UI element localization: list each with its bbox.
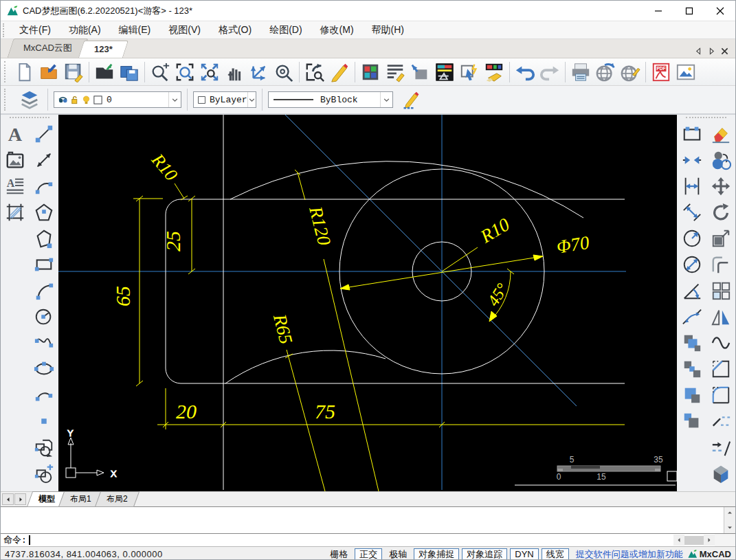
menu-item-1[interactable]: 功能(A) [60, 23, 110, 38]
new-file-button[interactable] [12, 60, 36, 85]
layer-manager-button[interactable] [432, 60, 457, 85]
zoom-extents-button[interactable] [197, 60, 222, 85]
feedback-link[interactable]: 提交软件问题或增加新功能 [576, 548, 683, 560]
layer-manager-button[interactable] [17, 87, 42, 112]
zoom-center-button[interactable] [271, 60, 296, 85]
mirror-button[interactable] [708, 304, 734, 330]
scale-up-button[interactable] [679, 382, 705, 408]
draw-line-button[interactable] [31, 121, 57, 147]
edit-spline-button[interactable] [708, 330, 734, 356]
command-input-row[interactable]: 命令: [1, 534, 735, 547]
undo-button[interactable] [513, 60, 537, 85]
draw-polygon-button[interactable] [31, 199, 57, 225]
rotate-button[interactable] [708, 199, 734, 225]
insert-box-button[interactable] [408, 60, 432, 85]
draw-spline-button[interactable] [31, 330, 57, 356]
status-toggle-3[interactable]: 对象捕捉 [414, 548, 459, 560]
draw-arc-2-button[interactable] [31, 382, 57, 408]
layout-prev-button[interactable] [2, 493, 14, 505]
quick-select-button[interactable] [457, 60, 482, 85]
chamfer-button[interactable] [708, 356, 734, 382]
menu-item-4[interactable]: 格式(O) [210, 23, 260, 38]
status-toggle-6[interactable]: 线宽 [542, 548, 569, 560]
insert-image-button[interactable] [2, 147, 28, 173]
menu-item-0[interactable]: 文件(F) [10, 23, 60, 38]
scroll-right-button[interactable] [704, 535, 715, 546]
match-properties-button[interactable] [482, 60, 506, 85]
move-button[interactable] [708, 173, 734, 199]
propsbar-grip[interactable] [4, 89, 8, 111]
status-toggle-2[interactable]: 极轴 [385, 548, 411, 560]
web-update-button[interactable] [618, 60, 643, 85]
draw-hatch-button[interactable] [2, 199, 28, 225]
layer-dropdown-arrow[interactable] [168, 92, 181, 107]
open-project-button[interactable] [36, 60, 61, 85]
tab-scroll-left-button[interactable] [695, 47, 702, 55]
scroll-down-button[interactable] [724, 522, 735, 533]
ucs-axes-button[interactable] [247, 60, 271, 85]
status-toggle-5[interactable]: DYN [510, 548, 538, 560]
break-button[interactable] [708, 408, 734, 434]
menu-item-6[interactable]: 修改(M) [311, 23, 363, 38]
draw-spline-arc-button[interactable] [31, 278, 57, 304]
layout-tab-2[interactable]: 布局2 [95, 491, 140, 507]
scroll-left-button[interactable] [673, 535, 684, 546]
dim-radius-button[interactable] [679, 225, 705, 251]
draw-point-button[interactable] [31, 408, 57, 434]
scale-down-button[interactable] [679, 408, 705, 434]
command-hscrollbar[interactable] [673, 534, 735, 546]
status-toggle-1[interactable]: 正交 [355, 548, 382, 560]
view-previous-button[interactable] [302, 60, 327, 85]
fillet-button[interactable] [708, 382, 734, 408]
text-style-button[interactable] [383, 60, 408, 85]
draw-ellipse-button[interactable] [31, 356, 57, 382]
publish-web-button[interactable] [593, 60, 618, 85]
left-panel-grip[interactable] [10, 117, 50, 120]
color-dropdown-arrow[interactable] [247, 92, 256, 107]
offset-button[interactable] [708, 251, 734, 278]
save-file-button[interactable] [61, 60, 86, 85]
explode-button[interactable] [708, 460, 734, 486]
stretch-a-button[interactable] [679, 330, 705, 356]
draw-pencil-button[interactable] [327, 60, 352, 85]
dim-rotated-button[interactable] [679, 199, 705, 225]
redo-button[interactable] [537, 60, 562, 85]
scroll-up-button[interactable] [724, 507, 735, 518]
menu-item-2[interactable]: 编辑(E) [110, 23, 160, 38]
linetype-dropdown-arrow[interactable] [380, 92, 392, 107]
dim-aligned-button[interactable] [679, 173, 705, 199]
draw-circle-button[interactable] [31, 304, 57, 330]
menu-item-7[interactable]: 帮助(H) [363, 23, 413, 38]
construction-line-button[interactable] [31, 147, 57, 173]
open-folder-button[interactable] [92, 60, 117, 85]
boundary-button[interactable] [679, 121, 705, 147]
toolbar-grip[interactable] [4, 61, 8, 82]
linetype-select[interactable]: ByBlock [268, 91, 393, 108]
tab-close-button[interactable] [721, 47, 728, 55]
array-button[interactable] [708, 278, 734, 304]
right-panel-grip[interactable] [686, 117, 726, 120]
color-palette-button[interactable] [358, 60, 383, 85]
dim-arc-length-button[interactable] [679, 304, 705, 330]
command-history[interactable]: 命令: _Draw2LineAngularDimension 选择直线段1: 选… [1, 506, 735, 534]
tab-scroll-right-button[interactable] [708, 47, 715, 55]
dim-angular-button[interactable] [679, 278, 705, 304]
drawing-canvas[interactable]: Y X [58, 115, 677, 491]
export-image-button[interactable] [673, 60, 698, 85]
block-create-button[interactable] [31, 460, 57, 486]
color-select[interactable]: ByLayer [193, 91, 256, 108]
document-tab-0[interactable]: MxCAD云图 [7, 38, 88, 58]
break-at-point-button[interactable] [679, 147, 705, 173]
draw-mtext-button[interactable]: A [2, 173, 28, 199]
dim-diameter-button[interactable] [679, 251, 705, 278]
save-all-button[interactable] [117, 60, 142, 85]
menubar-grip[interactable] [3, 23, 6, 37]
status-toggle-0[interactable]: 栅格 [326, 548, 352, 560]
menu-item-3[interactable]: 视图(V) [159, 23, 210, 38]
draw-arc-button[interactable] [31, 173, 57, 199]
draw-polyline-button[interactable] [31, 225, 57, 251]
erase-button[interactable] [708, 121, 734, 147]
draw-text-button[interactable]: A [2, 121, 28, 147]
menu-item-5[interactable]: 绘图(D) [260, 23, 311, 38]
draw-order-button[interactable] [399, 87, 423, 112]
